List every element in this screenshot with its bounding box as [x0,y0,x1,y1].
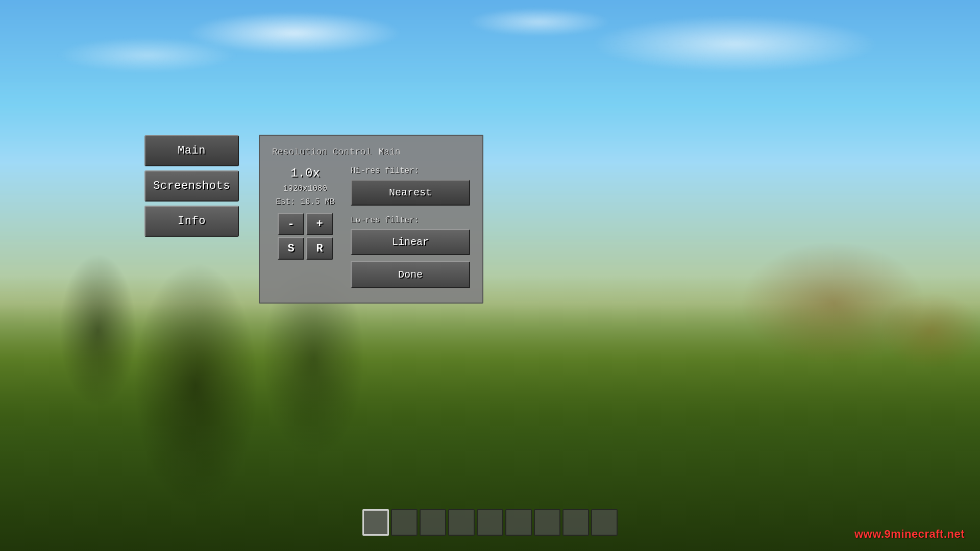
side-navigation: Main Screenshots Info [144,135,239,237]
nav-main-button[interactable]: Main [144,135,239,166]
hotbar-slot-1[interactable] [362,509,389,536]
increase-button[interactable]: + [306,213,333,235]
hotbar-slot-7[interactable] [534,509,560,536]
scene-overlay [0,0,980,551]
hotbar-slot-4[interactable] [448,509,475,536]
panel-title: Resolution Control [272,147,371,157]
nav-info-button[interactable]: Info [144,206,239,237]
nav-screenshots-button[interactable]: Screenshots [144,170,239,202]
hotbar-slot-3[interactable] [420,509,446,536]
resolution-left: 1.0x 980x551 Est: 16.5 MB - + S R [272,166,338,260]
reset-button[interactable]: R [306,237,333,260]
panel-body: 1.0x 980x551 Est: 16.5 MB - + S R Hi-r… [272,166,470,288]
nearest-filter-button[interactable]: Nearest [351,180,470,206]
linear-filter-button[interactable]: Linear [351,229,470,255]
resolution-scale: 1.0x [290,166,320,180]
panel-section: Main [378,147,400,157]
hotbar-slot-6[interactable] [505,509,532,536]
resolution-dimensions: 980x551 [283,184,327,193]
lores-filter-label: Lo-res filter: [351,216,470,225]
hotbar [362,509,618,536]
hotbar-slot-8[interactable] [562,509,589,536]
decrease-button[interactable]: - [278,213,304,235]
save-button[interactable]: S [278,237,304,260]
resolution-right: Hi-res filter: Nearest Lo-res filter: Li… [351,166,470,288]
done-button[interactable]: Done [351,261,470,288]
resolution-controls: - + S R [278,213,333,260]
hotbar-slot-2[interactable] [391,509,418,536]
resolution-control-panel: Resolution Control Main 1.0x 980x551 E… [259,135,483,304]
watermark: www.9minecraft.net [854,528,965,541]
resolution-estimated-size: Est: 16.5 MB [276,197,334,207]
hires-filter-label: Hi-res filter: [351,166,470,176]
hotbar-slot-9[interactable] [591,509,618,536]
panel-header: Resolution Control Main [272,147,470,157]
hotbar-slot-5[interactable] [477,509,503,536]
